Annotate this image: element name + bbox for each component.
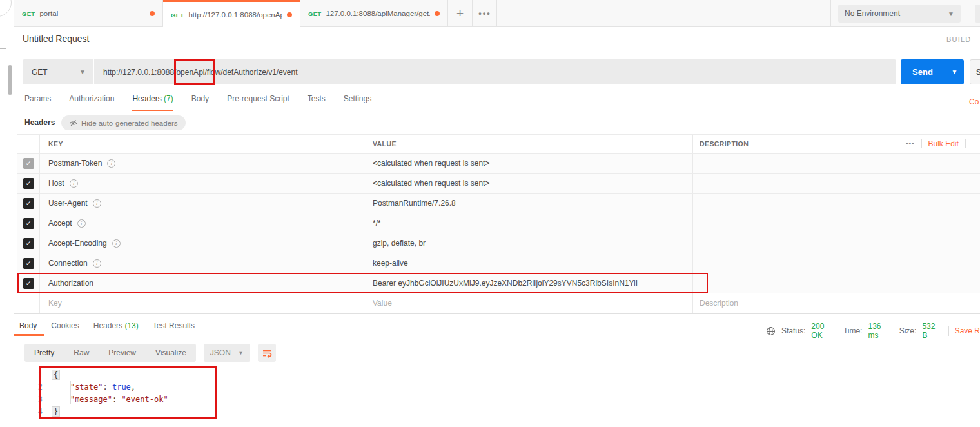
tab-options-button[interactable]: ●●● xyxy=(473,0,497,27)
tab-title: 127.0.0.1:8088/apiManager/get... xyxy=(326,10,430,17)
info-icon: i xyxy=(93,199,101,208)
method-label: GET xyxy=(308,10,321,17)
header-key[interactable]: Authorization xyxy=(48,279,93,288)
header-value[interactable]: keep-alive xyxy=(373,259,408,268)
bulk-edit-button[interactable]: Bulk Edit xyxy=(928,139,959,148)
header-value[interactable]: PostmanRuntime/7.26.8 xyxy=(373,199,456,208)
left-sidebar-strip xyxy=(0,0,14,427)
header-row: ✓ Accept-Encoding i gzip, deflate, br xyxy=(17,233,980,253)
header-row: ✓ Accept i */* xyxy=(17,214,980,233)
request-section-tab[interactable]: Params xyxy=(24,94,51,111)
sidebar-dash-decoration xyxy=(0,48,6,49)
header-value[interactable]: <calculated when request is sent> xyxy=(373,179,489,188)
view-mode-tab[interactable]: Pretty xyxy=(24,344,64,362)
header-key[interactable]: User-Agent xyxy=(48,199,88,208)
request-section-tabs: Params Authorization Headers (7) Body Pr… xyxy=(24,94,371,111)
build-mode-label: BUILD xyxy=(946,35,971,43)
environment-options-button[interactable] xyxy=(975,5,980,23)
response-tab[interactable]: Headers (13) xyxy=(93,321,139,330)
wrap-text-button[interactable] xyxy=(258,344,276,362)
eye-off-icon xyxy=(69,119,77,127)
environment-selector[interactable]: No Environment ▼ xyxy=(838,5,961,23)
row-checkbox[interactable]: ✓ xyxy=(23,278,34,289)
url-input[interactable]: http://127.0.0.1:8088/openApi/flow/defAu… xyxy=(94,59,896,84)
request-section-tab[interactable]: Authorization xyxy=(69,94,114,111)
response-tabs: Body Cookies Headers (13) Test Results xyxy=(19,321,195,330)
view-mode-tab[interactable]: Visualize xyxy=(146,344,196,362)
row-checkbox[interactable]: ✓ xyxy=(23,158,34,169)
new-tab-button[interactable]: + xyxy=(448,0,473,27)
header-key[interactable]: Postman-Token xyxy=(48,159,102,168)
save-button[interactable]: S xyxy=(970,59,980,84)
status-value: 200 OK xyxy=(811,322,838,340)
view-mode-tab[interactable]: Preview xyxy=(99,344,146,362)
size-label: Size: xyxy=(899,326,917,335)
response-meta: Status: 200 OK Time: 136 ms Size: 532 B … xyxy=(766,322,980,340)
environment-selected-value: No Environment xyxy=(845,9,900,18)
language-selector[interactable]: JSON ▼ xyxy=(204,344,250,362)
header-value[interactable]: Bearer eyJhbGciOiJIUzUxMiJ9.eyJzeXNDb2Rl… xyxy=(373,279,638,288)
header-key[interactable]: Host xyxy=(48,179,64,188)
view-mode-tab[interactable]: Raw xyxy=(64,344,99,362)
url-text: http://127.0.0.1:8088/openApi/flow/defAu… xyxy=(103,68,298,77)
save-response-button[interactable]: Save R xyxy=(955,326,980,335)
line-content: { xyxy=(52,370,60,379)
headers-section-title: Headers xyxy=(24,118,55,127)
view-mode-segmented-control: PrettyRawPreviewVisualize xyxy=(24,344,196,362)
row-checkbox[interactable]: ✓ xyxy=(23,178,34,189)
hide-autogenerated-headers-button[interactable]: Hide auto-generated headers xyxy=(61,115,186,130)
request-section-tab[interactable]: Settings xyxy=(344,94,371,111)
vertical-scrollbar-thumb[interactable] xyxy=(8,65,12,95)
line-number: 1 xyxy=(14,370,43,379)
request-tab[interactable]: GET portal xyxy=(14,0,163,27)
more-options-icon[interactable]: ••• xyxy=(906,140,915,147)
header-row: ✓ Authorization i Bearer eyJhbGciOiJIUzU… xyxy=(17,273,980,293)
header-value[interactable]: gzip, deflate, br xyxy=(373,239,426,248)
info-icon: i xyxy=(77,219,86,228)
request-tab[interactable]: GET 127.0.0.1:8088/apiManager/get... xyxy=(300,0,448,27)
line-content: "message": "event-ok" xyxy=(52,395,168,404)
header-key[interactable]: Accept-Encoding xyxy=(48,239,107,248)
send-options-button[interactable]: ▼ xyxy=(945,59,964,84)
header-key[interactable]: Connection xyxy=(48,259,88,268)
chevron-down-icon: ▼ xyxy=(948,10,954,17)
request-title[interactable]: Untitled Request xyxy=(23,34,90,44)
method-label: GET xyxy=(22,10,35,17)
line-content: } xyxy=(52,407,60,416)
request-tab[interactable]: GET http://127.0.0.1:8088/openApi/... xyxy=(163,0,300,28)
row-checkbox[interactable]: ✓ xyxy=(23,218,34,229)
header-row: ✓ Postman-Token i <calculated when reque… xyxy=(17,154,980,174)
request-section-tab[interactable]: Pre-request Script xyxy=(227,94,289,111)
globe-icon[interactable] xyxy=(766,326,776,336)
row-checkbox[interactable]: ✓ xyxy=(23,238,34,249)
response-tab[interactable]: Test Results xyxy=(153,321,195,330)
info-icon: i xyxy=(70,179,78,188)
header-value[interactable]: <calculated when request is sent> xyxy=(373,159,489,168)
response-tab[interactable]: Body xyxy=(19,321,37,330)
value-placeholder[interactable]: Value xyxy=(373,299,392,308)
description-placeholder[interactable]: Description xyxy=(700,299,738,308)
header-value[interactable]: */* xyxy=(373,219,381,228)
response-body-viewer[interactable]: 1 { 2 "state": true, 3 "message": "event… xyxy=(14,368,168,417)
method-selected-value: GET xyxy=(32,68,48,77)
request-section-tab[interactable]: Body xyxy=(191,94,209,111)
response-view-bar: PrettyRawPreviewVisualize JSON ▼ xyxy=(24,344,276,362)
row-checkbox[interactable]: ✓ xyxy=(23,258,34,269)
row-checkbox[interactable]: ✓ xyxy=(23,198,34,209)
fold-guide-line xyxy=(70,381,71,404)
table-header-actions: ••• Bulk Edit xyxy=(906,139,966,148)
size-value: 532 B xyxy=(922,322,942,340)
key-placeholder[interactable]: Key xyxy=(48,299,62,308)
request-tab-bar: GET portal GET http://127.0.0.1:8088/ope… xyxy=(14,0,980,27)
method-selector[interactable]: GET ▼ xyxy=(23,59,93,84)
line-number: 4 xyxy=(14,407,43,416)
response-divider xyxy=(14,313,980,314)
cookies-link[interactable]: Co xyxy=(969,97,979,106)
request-section-tab[interactable]: Headers (7) xyxy=(132,94,173,111)
table-header-row: KEY VALUE DESCRIPTION xyxy=(17,134,980,154)
time-label: Time: xyxy=(843,326,863,335)
send-button[interactable]: Send xyxy=(901,59,945,84)
request-section-tab[interactable]: Tests xyxy=(308,94,326,111)
response-tab[interactable]: Cookies xyxy=(51,321,79,330)
header-key[interactable]: Accept xyxy=(48,219,72,228)
